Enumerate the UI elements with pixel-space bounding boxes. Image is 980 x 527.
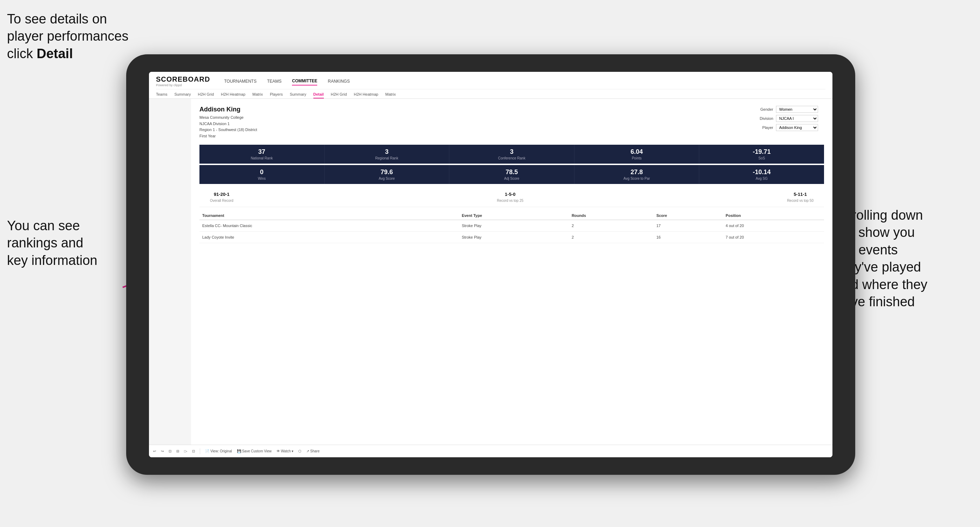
filter-division: Division NJCAA I NJCAA II <box>754 115 824 122</box>
tournament-rounds: 2 <box>569 220 654 232</box>
annotation-top-left: To see details on player performances cl… <box>7 11 140 62</box>
col-tournament: Tournament <box>199 211 435 220</box>
stat-cell: 0Wins <box>199 165 325 184</box>
tournament-name: Estella CC- Mountain Classic <box>199 220 435 232</box>
stat-cell: 37National Rank <box>199 145 325 163</box>
nav-committee[interactable]: COMMITTEE <box>292 77 317 86</box>
tournament-position: 7 out of 20 <box>723 232 824 243</box>
stat-cell: 6.04Points <box>574 145 700 163</box>
nav-rankings[interactable]: RANKINGS <box>328 78 350 85</box>
toolbar-share[interactable]: ↗ Share <box>306 449 319 453</box>
sub-nav-detail[interactable]: Detail <box>313 91 324 98</box>
tournament-empty <box>435 232 459 243</box>
stats-row-2: 0Wins79.6Avg Score78.5Adj Score27.8Avg S… <box>199 165 824 184</box>
stat-cell: 27.8Avg Score to Par <box>574 165 700 184</box>
bottom-toolbar: ↩ ↪ ⊡ ⊟ □- ⊡ 📄 View: Original 💾 Save Cus… <box>149 444 832 457</box>
sub-nav-summary2[interactable]: Summary <box>290 91 306 98</box>
content-panel: Addison King Mesa Community College NJCA… <box>191 99 832 444</box>
col-position: Position <box>723 211 824 220</box>
stat-cell: -19.71SoS <box>699 145 824 163</box>
col-score: Score <box>654 211 723 220</box>
stat-cell: 78.5Adj Score <box>449 165 574 184</box>
tournament-empty <box>435 220 459 232</box>
top-nav: SCOREBOARD Powered by clippd TOURNAMENTS… <box>156 75 826 87</box>
toolbar-redo[interactable]: ↪ <box>161 449 164 453</box>
app-header: SCOREBOARD Powered by clippd TOURNAMENTS… <box>149 72 832 99</box>
gender-label: Gender <box>754 107 773 111</box>
toolbar-share-icon[interactable]: ⬡ <box>298 449 301 453</box>
stats-row-1: 37National Rank3Regional Rank3Conference… <box>199 145 824 163</box>
tournaments-table: Tournament Event Type Rounds Score Posit… <box>199 211 824 243</box>
toolbar-btn4[interactable]: ⊡ <box>192 449 195 453</box>
tournament-event-type: Stroke Play <box>459 232 569 243</box>
table-row[interactable]: Estella CC- Mountain Classic Stroke Play… <box>199 220 824 232</box>
annotation-right: Scrolling down will show you the events … <box>836 207 969 310</box>
filter-gender: Gender Women Men <box>754 106 824 113</box>
toolbar-save-custom[interactable]: 💾 Save Custom View <box>237 449 272 453</box>
left-sidebar <box>149 99 191 444</box>
col-empty <box>435 211 459 220</box>
col-event-type: Event Type <box>459 211 569 220</box>
stat-cell: 3Conference Rank <box>449 145 574 163</box>
player-label: Player <box>754 125 773 130</box>
toolbar-view-original[interactable]: 📄 View: Original <box>205 449 232 453</box>
player-header: Addison King Mesa Community College NJCA… <box>199 106 824 139</box>
main-content: Addison King Mesa Community College NJCA… <box>149 99 832 444</box>
filter-player: Player Addison King <box>754 124 824 131</box>
sub-nav-h2h-heatmap2[interactable]: H2H Heatmap <box>354 91 379 98</box>
logo-area: SCOREBOARD Powered by clippd <box>156 75 210 87</box>
toolbar-divider <box>200 449 200 454</box>
tournament-name: Lady Coyote Invite <box>199 232 435 243</box>
record-item: 91-20-1Overall Record <box>210 192 234 203</box>
tournament-score: 16 <box>654 232 723 243</box>
records-row: 91-20-1Overall Record1-5-0Record vs top … <box>199 188 824 207</box>
stat-cell: 79.6Avg Score <box>325 165 450 184</box>
col-rounds: Rounds <box>569 211 654 220</box>
tournament-score: 17 <box>654 220 723 232</box>
annotation-bottom-left: You can see rankings and key information <box>7 217 133 269</box>
sub-nav-h2h-grid[interactable]: H2H Grid <box>198 91 214 98</box>
toolbar-btn3[interactable]: □- <box>184 449 187 453</box>
sub-nav: Teams Summary H2H Grid H2H Heatmap Matri… <box>156 89 826 98</box>
stat-cell: 3Regional Rank <box>325 145 450 163</box>
toolbar-watch[interactable]: 👁 Watch ▾ <box>277 449 294 453</box>
toolbar-undo[interactable]: ↩ <box>153 449 156 453</box>
record-item: 5-11-1Record vs top 50 <box>787 192 813 203</box>
player-school: Mesa Community College <box>199 114 257 121</box>
tournament-event-type: Stroke Play <box>459 220 569 232</box>
tablet-screen: SCOREBOARD Powered by clippd TOURNAMENTS… <box>149 72 832 457</box>
tablet: SCOREBOARD Powered by clippd TOURNAMENTS… <box>126 54 855 475</box>
record-item: 1-5-0Record vs top 25 <box>497 192 523 203</box>
nav-tournaments[interactable]: TOURNAMENTS <box>224 78 256 85</box>
toolbar-btn2[interactable]: ⊟ <box>176 449 179 453</box>
logo-text: SCOREBOARD <box>156 75 210 83</box>
table-header-row: Tournament Event Type Rounds Score Posit… <box>199 211 824 220</box>
division-select[interactable]: NJCAA I NJCAA II <box>776 115 818 122</box>
sub-nav-matrix[interactable]: Matrix <box>252 91 263 98</box>
nav-teams[interactable]: TEAMS <box>267 78 282 85</box>
division-label: Division <box>754 116 773 121</box>
stat-cell: -10.14Avg SG <box>699 165 824 184</box>
player-info: Addison King Mesa Community College NJCA… <box>199 106 257 139</box>
sub-nav-matrix2[interactable]: Matrix <box>385 91 396 98</box>
player-year: First Year <box>199 133 257 140</box>
sub-nav-teams[interactable]: Teams <box>156 91 167 98</box>
table-body: Estella CC- Mountain Classic Stroke Play… <box>199 220 824 243</box>
gender-select[interactable]: Women Men <box>776 106 818 113</box>
toolbar-btn1[interactable]: ⊡ <box>169 449 172 453</box>
sub-nav-h2h-heatmap[interactable]: H2H Heatmap <box>221 91 245 98</box>
player-region: Region 1 - Southwest (18) District <box>199 127 257 133</box>
sub-nav-players[interactable]: Players <box>270 91 283 98</box>
player-name: Addison King <box>199 106 257 113</box>
player-select[interactable]: Addison King <box>776 124 818 131</box>
logo-sub: Powered by clippd <box>156 83 210 87</box>
table-head: Tournament Event Type Rounds Score Posit… <box>199 211 824 220</box>
table-row[interactable]: Lady Coyote Invite Stroke Play 2 16 7 ou… <box>199 232 824 243</box>
sub-nav-summary[interactable]: Summary <box>174 91 191 98</box>
tournament-rounds: 2 <box>569 232 654 243</box>
player-division: NJCAA Division 1 <box>199 121 257 127</box>
tournament-position: 4 out of 20 <box>723 220 824 232</box>
sub-nav-h2h-grid2[interactable]: H2H Grid <box>331 91 347 98</box>
player-filters: Gender Women Men Division NJCAA I NJCAA … <box>754 106 824 139</box>
